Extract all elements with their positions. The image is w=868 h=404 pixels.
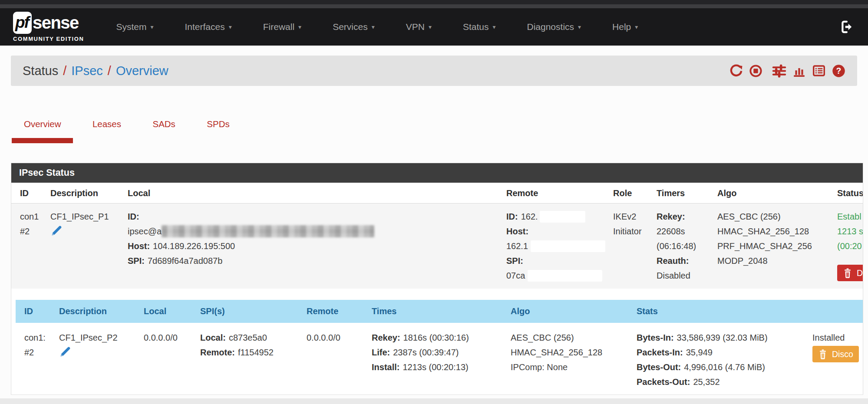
rekey-label: Rekey:	[372, 333, 400, 342]
col-local: Local	[139, 300, 196, 323]
status-established: Establ	[837, 209, 863, 224]
cell-status: Installed Disco	[808, 323, 863, 394]
pencil-icon[interactable]	[50, 225, 63, 241]
breadcrumb-separator: /	[63, 64, 66, 78]
ipsec-status-table: ID Description Local Remote Role Timers …	[11, 183, 863, 289]
remote-spi-value: 07ca	[506, 271, 525, 280]
cell-description: CF1_IPsec_P1	[45, 204, 122, 289]
panel-title: IPsec Status	[11, 163, 863, 183]
redacted-box	[531, 240, 605, 252]
local-id-label: ID:	[128, 212, 139, 221]
breadcrumb-separator: /	[108, 64, 111, 78]
col-timers: Timers	[651, 183, 712, 204]
disconnect-p1-button[interactable]: Dis	[837, 265, 863, 281]
status-installed: Installed	[812, 330, 863, 345]
child-header-row: ID Description Local SPI(s) Remote Times…	[16, 300, 863, 323]
col-description: Description	[45, 183, 122, 204]
help-icon[interactable]: ?	[832, 64, 845, 78]
nav-item-label: Help	[612, 22, 631, 32]
col-status-unlabeled	[808, 300, 863, 323]
nav-item-system[interactable]: System	[100, 22, 169, 32]
child-table-wrap: ID Description Local SPI(s) Remote Times…	[16, 289, 863, 394]
col-stats: Stats	[632, 300, 808, 323]
community-edition-label: COMMUNITY EDITION	[13, 36, 84, 42]
cell-description: CF1_IPsec_P2	[55, 323, 139, 394]
nav-item-status[interactable]: Status	[447, 22, 512, 32]
remote-id-value: 162.	[521, 212, 538, 221]
chevron-down-icon	[635, 23, 638, 30]
col-spis: SPI(s)	[196, 300, 302, 323]
cell-times: Rekey:1816s (00:30:16) Life:2387s (00:39…	[367, 323, 506, 394]
nav-item-label: Interfaces	[185, 22, 225, 32]
tab-sads[interactable]: SADs	[140, 119, 187, 143]
page-title: Status / IPsec / Overview	[23, 64, 168, 78]
list-icon[interactable]	[812, 64, 826, 78]
col-algo: Algo	[712, 183, 832, 204]
chevron-down-icon	[492, 23, 495, 30]
life-value: 2387s (00:39:47)	[393, 348, 459, 357]
sign-out-icon[interactable]	[840, 20, 855, 34]
breadcrumb-link-ipsec[interactable]: IPsec	[71, 64, 103, 78]
page-top-strip	[0, 4, 868, 8]
packets-out-value: 25,352	[693, 377, 719, 387]
nav-item-vpn[interactable]: VPN	[390, 22, 447, 32]
nav-item-interfaces[interactable]: Interfaces	[169, 22, 248, 32]
col-status: Status	[832, 183, 863, 204]
breadcrumb-link-overview[interactable]: Overview	[116, 64, 168, 78]
col-local: Local	[122, 183, 501, 204]
breadcrumb-section: Status	[23, 64, 58, 78]
spi-local-label: Local:	[200, 333, 226, 342]
nav-item-label: Services	[333, 22, 368, 32]
remote-id-label: ID:	[506, 212, 518, 221]
cell-spis: Local:c873e5a0 Remote:f1154952	[196, 323, 302, 394]
disconnect-p2-button[interactable]: Disco	[812, 346, 859, 362]
packets-out-label: Packets-Out:	[637, 377, 690, 387]
chevron-down-icon	[429, 23, 432, 30]
col-remote: Remote	[501, 183, 608, 204]
main-navbar: pf sense COMMUNITY EDITION System Interf…	[0, 8, 868, 46]
pfsense-logo[interactable]: pf sense COMMUNITY EDITION	[13, 12, 84, 42]
page-action-icons: ?	[729, 64, 845, 78]
pencil-icon[interactable]	[59, 346, 71, 362]
tab-overview[interactable]: Overview	[12, 119, 73, 143]
page-top-edge	[0, 0, 868, 4]
redacted-box	[528, 270, 602, 282]
trash-icon	[843, 268, 852, 278]
spi-remote-label: Remote:	[200, 348, 235, 357]
nav-item-label: System	[116, 22, 146, 32]
nav-item-label: Status	[463, 22, 489, 32]
chevron-down-icon	[298, 23, 301, 30]
refresh-icon[interactable]	[729, 64, 743, 78]
nav-item-services[interactable]: Services	[317, 22, 390, 32]
local-host-value: 104.189.226.195:500	[153, 241, 235, 251]
cell-status: Establ 1213 s (00:20 Dis	[832, 204, 863, 289]
col-times: Times	[367, 300, 506, 323]
local-id-value: ipsec@a	[128, 227, 162, 236]
tab-leases[interactable]: Leases	[80, 119, 133, 143]
nav-item-diagnostics[interactable]: Diagnostics	[512, 22, 597, 32]
nav-item-firewall[interactable]: Firewall	[248, 22, 317, 32]
remote-spi-label: SPI:	[506, 256, 523, 266]
nav-item-label: Firewall	[263, 22, 294, 32]
nav-item-help[interactable]: Help	[597, 22, 653, 32]
chevron-down-icon	[229, 23, 232, 30]
chevron-down-icon	[578, 23, 581, 30]
bytes-in-label: Bytes-In:	[637, 333, 674, 342]
sliders-icon[interactable]	[772, 64, 786, 78]
cell-local: ID: ipsec@a Host:104.189.226.195:500 SPI…	[122, 204, 501, 289]
tab-spds[interactable]: SPDs	[195, 119, 241, 143]
bytes-out-label: Bytes-Out:	[637, 362, 681, 372]
bar-chart-icon[interactable]	[792, 64, 806, 78]
spi-remote-value: f1154952	[238, 348, 274, 357]
rekey-label: Rekey:	[657, 212, 685, 221]
trash-icon	[818, 349, 828, 359]
breadcrumb: Status / IPsec / Overview ?	[11, 56, 857, 86]
cell-algo: AES_CBC (256) HMAC_SHA2_256_128 IPComp: …	[506, 323, 632, 394]
reauth-label: Reauth:	[657, 256, 689, 266]
sense-logo-text: sense	[33, 13, 79, 33]
col-description: Description	[55, 300, 139, 323]
cell-remote: ID:162. Host: 162.1 SPI: 07ca	[501, 204, 608, 289]
remote-host-value: 162.1	[506, 241, 528, 251]
stop-icon[interactable]	[749, 64, 762, 78]
cell-id: con1 #2	[11, 204, 45, 289]
